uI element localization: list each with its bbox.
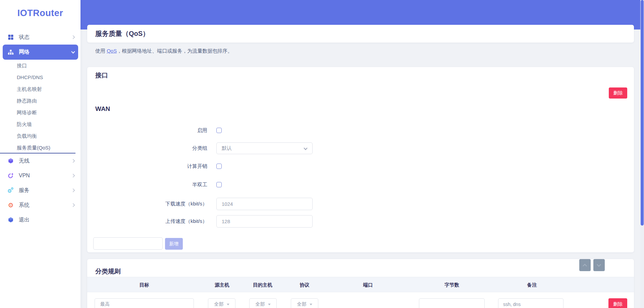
submenu-item-load-balancing[interactable]: 负载均衡 (0, 130, 80, 142)
submenu-item-dhcp-dns[interactable]: DHCP/DNS (0, 71, 80, 83)
selected-option: 全部 (214, 301, 224, 307)
upload-speed-input[interactable] (216, 215, 313, 228)
vertical-scrollbar[interactable] (640, 0, 644, 308)
field-label: 下载速度（kbit/s） (87, 201, 207, 207)
submenu-item-interfaces[interactable]: 接口 (0, 60, 80, 71)
sidebar-item-system[interactable]: ⚙ 系统 (0, 198, 80, 212)
col-target: 目标 (140, 277, 149, 293)
rules-heading: 分类规则 (95, 267, 121, 276)
triangle-down-icon (310, 304, 312, 305)
page-description: 使用 QoS，根据网络地址、端口或服务，为流量数据包排序。 (95, 48, 232, 54)
col-dest: 目的主机 (253, 277, 272, 293)
chevron-right-icon (71, 174, 75, 177)
delete-rule-button[interactable]: 删除 (608, 298, 627, 308)
gear-icon: ⚙ (7, 202, 14, 208)
sidebar-nav: 状态 网络 接口 DHCP/DNS 主机名映射 静态路由 网络诊断 防火墙 负载 (0, 30, 80, 227)
form-row-enable: 启用 (87, 124, 634, 136)
class-group-select[interactable]: 默认 (216, 142, 313, 154)
sidebar-item-label: 退出 (19, 217, 30, 224)
delete-interface-button[interactable]: 删除 (609, 87, 627, 99)
field-label: 分类组 (87, 145, 207, 151)
form-row-upload-speed: 上传速度（kbit/s） (87, 215, 634, 227)
sidebar-item-vpn[interactable]: VPN (0, 168, 80, 183)
submenu-item-hostnames[interactable]: 主机名映射 (0, 83, 80, 95)
app-logo: IOTRouter (0, 8, 80, 18)
field-label: 计算开销 (87, 163, 207, 170)
selected-option: 全部 (297, 301, 307, 307)
title-card: 服务质量（QoS） (87, 25, 634, 43)
rules-card: 分类规则 目标 源主机 目的主机 协议 端口 字节数 备注 最高 全部 全部 全… (87, 259, 634, 308)
cube-icon (7, 158, 14, 164)
triangle-down-icon (268, 304, 271, 305)
sidebar-item-network[interactable]: 网络 (3, 45, 78, 60)
sidebar-item-label: 系统 (19, 202, 30, 209)
gears-icon: ⚙ ⚙ (7, 187, 14, 194)
move-down-button[interactable] (593, 259, 605, 271)
sidebar-item-services[interactable]: ⚙ ⚙ 服务 (0, 183, 80, 198)
new-interface-input[interactable] (93, 237, 163, 250)
scrollbar-thumb[interactable] (641, 0, 644, 226)
sidebar-item-status[interactable]: 状态 (0, 30, 80, 45)
chevron-down-icon (71, 50, 75, 53)
description-prefix: 使用 (95, 48, 107, 54)
sidebar-item-label: 服务 (19, 187, 30, 194)
field-label: 上传速度（kbit/s） (87, 218, 207, 225)
sidebar-item-label: 无线 (19, 158, 30, 165)
sidebar: IOTRouter 状态 网络 (0, 0, 80, 308)
description-suffix: ，根据网络地址、端口或服务，为流量数据包排序。 (117, 48, 232, 54)
col-source: 源主机 (215, 277, 229, 293)
half-duplex-checkbox[interactable] (216, 182, 222, 187)
qos-link[interactable]: QoS (107, 48, 117, 54)
network-submenu: 接口 DHCP/DNS 主机名映射 静态路由 网络诊断 防火墙 负载均衡 服务质… (0, 60, 80, 153)
selected-option: 最高 (100, 301, 110, 307)
arrow-up-icon (583, 264, 587, 268)
submenu-item-qos[interactable]: 服务质量(QoS) (0, 142, 75, 153)
chevron-right-icon (71, 203, 75, 207)
move-up-button[interactable] (579, 259, 591, 271)
selected-option: 默认 (222, 145, 232, 151)
source-host-select[interactable]: 全部 (208, 298, 235, 308)
enable-checkbox[interactable] (216, 128, 222, 133)
interface-card: 接口 删除 WAN 启用 分类组 默认 计算开销 半双工 下载速度（kbit/s… (87, 67, 634, 252)
chevron-right-icon (71, 35, 75, 39)
download-speed-input[interactable] (216, 198, 313, 210)
sidebar-item-logout[interactable]: 退出 (0, 212, 80, 227)
field-label: 半双工 (87, 182, 207, 188)
form-row-download-speed: 下载速度（kbit/s） (87, 198, 634, 210)
field-label: 启用 (87, 127, 207, 134)
protocol-select[interactable]: 全部 (291, 298, 318, 308)
bytes-input[interactable] (419, 298, 485, 308)
chevron-right-icon (71, 159, 75, 163)
vpn-circle-icon (7, 172, 14, 179)
dashboard-grid-icon (7, 34, 14, 41)
col-bytes: 字节数 (444, 277, 459, 293)
arrow-down-icon (597, 262, 601, 267)
col-comment: 备注 (527, 277, 537, 293)
rules-table-header: 目标 源主机 目的主机 协议 端口 字节数 备注 (87, 277, 634, 292)
col-ports: 端口 (363, 277, 373, 293)
form-row-half-duplex: 半双工 (87, 179, 634, 191)
add-button[interactable]: 新增 (165, 238, 183, 250)
submenu-item-static-routes[interactable]: 静态路由 (0, 95, 80, 107)
page-title: 服务质量（QoS） (95, 25, 149, 43)
dest-host-select[interactable]: 全部 (249, 298, 277, 308)
sidebar-item-wireless[interactable]: 无线 (0, 153, 80, 168)
chevron-down-icon (304, 146, 307, 150)
wan-heading: WAN (95, 105, 110, 113)
form-row-overhead: 计算开销 (87, 160, 634, 172)
selected-option: 全部 (256, 301, 265, 307)
cube-icon (7, 217, 14, 223)
overhead-checkbox[interactable] (216, 164, 222, 169)
target-select[interactable]: 最高 (95, 298, 194, 308)
sidebar-item-label: 状态 (19, 34, 30, 41)
comment-input[interactable] (498, 298, 564, 308)
interface-heading: 接口 (95, 71, 108, 80)
submenu-item-firewall[interactable]: 防火墙 (0, 118, 80, 130)
form-row-class-group: 分类组 默认 (87, 142, 634, 154)
sidebar-item-label: 网络 (19, 49, 30, 56)
submenu-item-diagnostics[interactable]: 网络诊断 (0, 107, 80, 118)
triangle-down-icon (227, 304, 229, 305)
sidebar-item-label: VPN (19, 173, 30, 179)
sitemap-icon (7, 49, 14, 56)
col-protocol: 协议 (300, 277, 310, 293)
